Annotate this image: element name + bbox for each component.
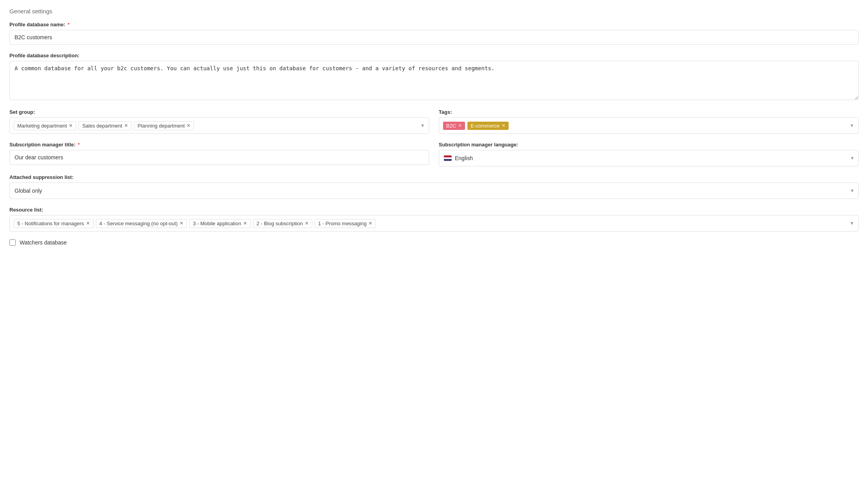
tags-container: Tags: B2C ✕ E-commerce ✕ ▼ [439,109,859,134]
watchers-row: Watchers database [9,239,859,246]
tags-label: Tags: [439,109,859,115]
tag-ecommerce: E-commerce ✕ [467,122,509,130]
resource-tag-2: 4 - Service messaging (no opt-out) ✕ [96,219,187,228]
profile-description-input[interactable]: A common database for all your b2c custo… [9,61,859,100]
resource-tag-2-remove[interactable]: ✕ [179,221,183,226]
suppression-list-label: Attached suppression list: [9,174,859,180]
resource-tag-3-remove[interactable]: ✕ [243,221,247,226]
subscription-language-value: English [455,155,473,161]
subscription-language-label: Subscription manager language: [439,142,859,148]
watchers-checkbox[interactable] [9,239,16,246]
tag-planning: Planning department ✕ [134,121,194,130]
subscription-language-select[interactable]: English ▼ [439,150,859,166]
tag-ecommerce-remove[interactable]: ✕ [502,123,505,128]
set-group-arrow[interactable]: ▼ [418,123,425,128]
set-group-input[interactable]: Marketing department ✕ Sales department … [9,117,429,134]
profile-description-group: Profile database description: A common d… [9,53,859,101]
resource-list-input[interactable]: 5 - Notifications for managers ✕ 4 - Ser… [9,215,859,232]
section-title: General settings [9,8,859,15]
profile-name-label: Profile database name: * [9,22,859,27]
suppression-dropdown-arrow: ▼ [850,188,855,193]
profile-name-input[interactable] [9,30,859,45]
resource-list-group: Resource list: 5 - Notifications for man… [9,207,859,232]
resource-tag-1-remove[interactable]: ✕ [86,221,90,226]
group-tags-row: Set group: Marketing department ✕ Sales … [9,109,859,134]
suppression-list-group: Attached suppression list: Global only ▼ [9,174,859,199]
profile-name-group: Profile database name: * [9,22,859,45]
resource-list-arrow[interactable]: ▼ [847,221,854,226]
resource-tag-5-remove[interactable]: ✕ [368,221,372,226]
tag-sales: Sales department ✕ [79,121,132,130]
set-group-container: Set group: Marketing department ✕ Sales … [9,109,429,134]
tag-marketing: Marketing department ✕ [14,121,76,130]
watchers-label: Watchers database [20,239,67,246]
tag-sales-remove[interactable]: ✕ [124,123,128,128]
suppression-list-display[interactable]: Global only ▼ [9,182,859,199]
language-dropdown-arrow: ▼ [850,155,855,161]
subscription-language-display[interactable]: English ▼ [439,150,859,166]
subscription-title-container: Subscription manager title: * [9,142,429,166]
required-indicator-2: * [78,142,80,148]
subscription-language-container: Subscription manager language: English ▼ [439,142,859,166]
suppression-list-value: Global only [15,188,42,194]
tag-marketing-remove[interactable]: ✕ [69,123,73,128]
required-indicator: * [68,22,70,27]
set-group-label: Set group: [9,109,429,115]
resource-tag-3: 3 - Mobile application ✕ [189,219,251,228]
tag-planning-remove[interactable]: ✕ [187,123,190,128]
subscription-title-input[interactable] [9,150,429,165]
subscription-row: Subscription manager title: * Subscripti… [9,142,859,166]
tags-input[interactable]: B2C ✕ E-commerce ✕ ▼ [439,117,859,134]
resource-tag-5: 1 - Promo messaging ✕ [315,219,376,228]
resource-tag-4-remove[interactable]: ✕ [305,221,309,226]
tag-b2c-remove[interactable]: ✕ [458,123,462,128]
us-flag-icon [444,155,452,161]
tag-b2c: B2C ✕ [443,122,465,130]
tags-arrow[interactable]: ▼ [847,123,854,128]
resource-tag-1: 5 - Notifications for managers ✕ [14,219,93,228]
profile-description-label: Profile database description: [9,53,859,58]
resource-list-label: Resource list: [9,207,859,213]
suppression-list-select[interactable]: Global only ▼ [9,182,859,199]
resource-tag-4: 2 - Blog subscription ✕ [253,219,312,228]
subscription-title-label: Subscription manager title: * [9,142,429,148]
